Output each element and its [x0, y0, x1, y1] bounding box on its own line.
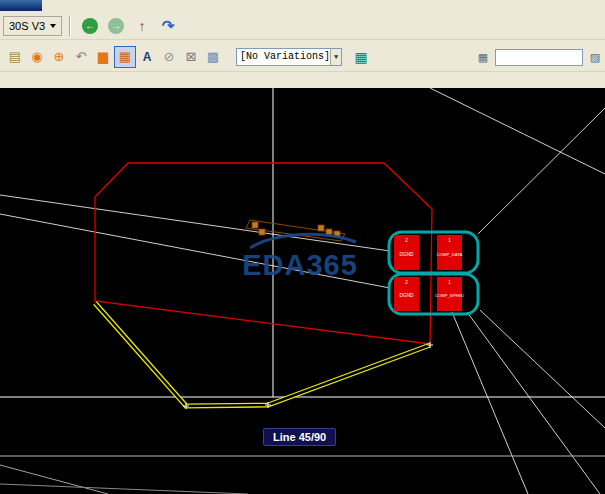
variations-dropdown-value: [No Variations] [240, 51, 330, 62]
up-arrow-icon: ↑ [139, 18, 146, 34]
pad-net-label: DGND [399, 293, 414, 298]
pad-icon: ◉ [31, 49, 42, 64]
pcb-board-icon: ▦ [354, 49, 367, 65]
route-outline-inner [95, 303, 430, 406]
shape-icon: ▆ [98, 49, 108, 64]
pad-net-label: DGND [399, 252, 414, 257]
pad-net-label: COMP_SPEED [435, 293, 464, 298]
pad-group-2[interactable]: 2 1 DGND COMP_SPEED [389, 274, 478, 314]
pin-icon: ⊕ [54, 49, 65, 64]
grid-tool-button[interactable]: ▩ [202, 46, 224, 68]
app-version-label: 30S V3 [9, 20, 45, 32]
grid-x-tool-button[interactable]: ⊠ [180, 46, 202, 68]
no-shape-icon: ⊘ [164, 49, 175, 64]
pin-tool-button[interactable]: ⊕ [48, 46, 70, 68]
grid-x-icon: ⊠ [186, 49, 197, 64]
via-array-tool-button[interactable]: ▦ [114, 46, 136, 68]
app-version-dropdown[interactable]: 30S V3 [3, 16, 62, 36]
toolbar-top: 30S V3 ← → ↑ ↷ [0, 12, 605, 40]
route-outline-yellow[interactable] [95, 303, 430, 406]
pcb-canvas[interactable]: EDA365 2 1 DGND COMP_DATA 2 1 DGND COMP_… [0, 88, 605, 494]
no-shape-tool-button[interactable]: ⊘ [158, 46, 180, 68]
grid-small-icon[interactable]: ▦ [474, 48, 492, 66]
pcb-view-button[interactable]: ▦ [350, 46, 372, 68]
variations-dropdown[interactable]: [No Variations] ▼ [236, 48, 342, 66]
window-titlebar-fragment [0, 0, 42, 11]
find-input[interactable] [495, 49, 583, 66]
toolbar-separator [69, 16, 71, 36]
via-array-icon: ▦ [119, 49, 131, 64]
watermark-text: EDA365 [242, 249, 358, 281]
vertex-grips [183, 342, 433, 409]
grid-small-icon-2[interactable]: ▨ [586, 48, 604, 66]
text-tool-button[interactable]: A [136, 46, 158, 68]
pad-tool-button[interactable]: ◉ [26, 46, 48, 68]
grid-icon: ▩ [207, 49, 219, 64]
forward-button[interactable]: → [104, 14, 128, 38]
crosshair [0, 88, 605, 397]
up-button[interactable]: ↑ [130, 14, 154, 38]
redo-icon: ↷ [162, 17, 175, 35]
forward-icon: → [108, 18, 124, 34]
back-icon: ← [82, 18, 98, 34]
chevron-down-icon[interactable]: ▼ [330, 49, 341, 65]
pad-group-1[interactable]: 2 1 DGND COMP_DATA [389, 232, 478, 273]
toolbar-right-cluster: ▦ ▨ [474, 44, 604, 70]
status-tooltip: Line 45/90 [263, 428, 336, 446]
text-icon: A [143, 50, 152, 64]
board-tool-button[interactable]: ▤ [4, 46, 26, 68]
rotate-icon: ↶ [76, 49, 87, 64]
shape-tool-button[interactable]: ▆ [92, 46, 114, 68]
pad-net-label: COMP_DATA [437, 252, 463, 257]
board-icon: ▤ [9, 49, 21, 64]
redo-button[interactable]: ↷ [156, 14, 180, 38]
chevron-down-icon [50, 24, 56, 28]
rotate-tool-button[interactable]: ↶ [70, 46, 92, 68]
back-button[interactable]: ← [78, 14, 102, 38]
